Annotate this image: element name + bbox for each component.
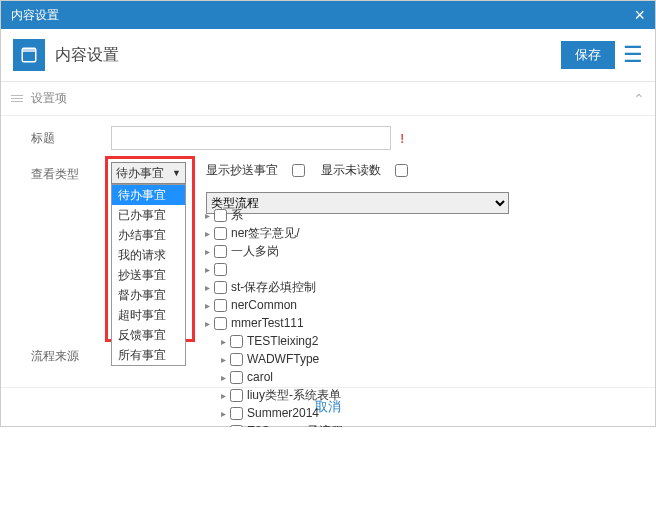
tree-node[interactable]: ▸TESTleixing2 [202, 332, 635, 350]
dropdown-option[interactable]: 待办事宜 [112, 185, 185, 205]
tree[interactable]: ▸系▸ner签字意见/▸一人多岗▸▸st-保存必填控制▸nerCommon▸mm… [202, 206, 635, 427]
show-copy-checkbox[interactable] [292, 164, 305, 177]
expand-icon[interactable]: ▸ [218, 372, 228, 383]
section-header[interactable]: 设置项 ⌃ [1, 82, 655, 116]
tree-node[interactable]: ▸一人多岗 [202, 242, 635, 260]
tree-checkbox[interactable] [214, 317, 227, 330]
tree-checkbox[interactable] [230, 389, 243, 402]
expand-icon[interactable]: ▸ [218, 390, 228, 401]
svg-rect-1 [22, 48, 36, 52]
expand-icon[interactable]: ▸ [218, 336, 228, 347]
dropdown-option[interactable]: 所有事宜 [112, 345, 185, 365]
expand-icon[interactable]: ▸ [202, 318, 212, 329]
tree-label: WADWFType [247, 352, 319, 366]
expand-icon[interactable]: ▸ [202, 228, 212, 239]
tree-label: 一人多岗 [231, 243, 279, 260]
tree-node[interactable]: ▸ner签字意见/ [202, 224, 635, 242]
tree-node[interactable]: ▸nerCommon [202, 296, 635, 314]
required-icon: ! [400, 132, 404, 146]
tree-node[interactable]: ▸WADWFType [202, 350, 635, 368]
expand-icon[interactable]: ▸ [218, 426, 228, 428]
tree-label: E8Summer子流程 [247, 423, 343, 428]
expand-icon[interactable]: ▸ [218, 408, 228, 419]
chevron-up-icon[interactable]: ⌃ [633, 91, 645, 107]
dialog-title: 内容设置 [11, 7, 59, 24]
dropdown-option[interactable]: 已办事宜 [112, 205, 185, 225]
tree-checkbox[interactable] [214, 245, 227, 258]
tree-checkbox[interactable] [214, 281, 227, 294]
show-copy-label: 显示抄送事宜 [206, 162, 278, 179]
expand-icon[interactable]: ▸ [202, 300, 212, 311]
tree-checkbox[interactable] [230, 353, 243, 366]
tree-checkbox[interactable] [214, 263, 227, 276]
list-icon[interactable]: ☰ [623, 42, 643, 68]
topbar: 内容设置 保存 ☰ [1, 29, 655, 82]
section-title: 设置项 [31, 90, 67, 107]
dropdown-option[interactable]: 我的请求 [112, 245, 185, 265]
save-button[interactable]: 保存 [561, 41, 615, 69]
tree-checkbox[interactable] [230, 407, 243, 420]
dropdown-option[interactable]: 督办事宜 [112, 285, 185, 305]
tree-label: ner签字意见/ [231, 225, 300, 242]
tree-node[interactable]: ▸st-保存必填控制 [202, 278, 635, 296]
tree-checkbox[interactable] [214, 209, 227, 222]
tree-label: nerCommon [231, 298, 297, 312]
hamburger-icon [11, 93, 23, 104]
tree-node[interactable]: ▸Summer2014 [202, 404, 635, 422]
tree-checkbox[interactable] [230, 371, 243, 384]
page-title: 内容设置 [55, 45, 561, 66]
show-unread-label: 显示未读数 [321, 162, 381, 179]
tree-label: TESTleixing2 [247, 334, 318, 348]
tree-label: liuy类型-系统表单 [247, 387, 341, 404]
tree-label: 系 [231, 207, 243, 224]
tree-node[interactable]: ▸系 [202, 206, 635, 224]
dropdown-option[interactable]: 超时事宜 [112, 305, 185, 325]
title-label: 标题 [31, 126, 111, 147]
tree-checkbox[interactable] [230, 425, 243, 428]
expand-icon[interactable]: ▸ [202, 246, 212, 257]
dialog-header: 内容设置 × [1, 1, 655, 29]
close-icon[interactable]: × [634, 5, 645, 26]
tree-label: Summer2014 [247, 406, 319, 420]
tree-checkbox[interactable] [230, 335, 243, 348]
dropdown-option[interactable]: 抄送事宜 [112, 265, 185, 285]
tree-node[interactable]: ▸mmerTest111 [202, 314, 635, 332]
tree-label: carol [247, 370, 273, 384]
expand-icon[interactable]: ▸ [218, 354, 228, 365]
tree-node[interactable]: ▸carol [202, 368, 635, 386]
view-type-value: 待办事宜 [116, 165, 164, 182]
tree-node[interactable]: ▸liuy类型-系统表单 [202, 386, 635, 404]
tree-node[interactable]: ▸E8Summer子流程 [202, 422, 635, 427]
caret-down-icon: ▼ [172, 168, 181, 178]
view-type-select[interactable]: 待办事宜 ▼ [111, 162, 186, 184]
flow-source-label: 流程来源 [31, 344, 111, 365]
page-icon [13, 39, 45, 71]
view-type-label: 查看类型 [31, 162, 111, 183]
tree-checkbox[interactable] [214, 227, 227, 240]
tree-checkbox[interactable] [214, 299, 227, 312]
expand-icon[interactable]: ▸ [202, 282, 212, 293]
title-input[interactable] [111, 126, 391, 150]
expand-icon[interactable]: ▸ [202, 210, 212, 221]
dropdown-option[interactable]: 办结事宜 [112, 225, 185, 245]
view-type-dropdown: 待办事宜已办事宜办结事宜我的请求抄送事宜督办事宜超时事宜反馈事宜所有事宜 [111, 184, 186, 366]
dropdown-option[interactable]: 反馈事宜 [112, 325, 185, 345]
expand-icon[interactable]: ▸ [202, 264, 212, 275]
tree-label: mmerTest111 [231, 316, 304, 330]
show-unread-checkbox[interactable] [395, 164, 408, 177]
tree-node[interactable]: ▸ [202, 260, 635, 278]
tree-label: st-保存必填控制 [231, 279, 316, 296]
